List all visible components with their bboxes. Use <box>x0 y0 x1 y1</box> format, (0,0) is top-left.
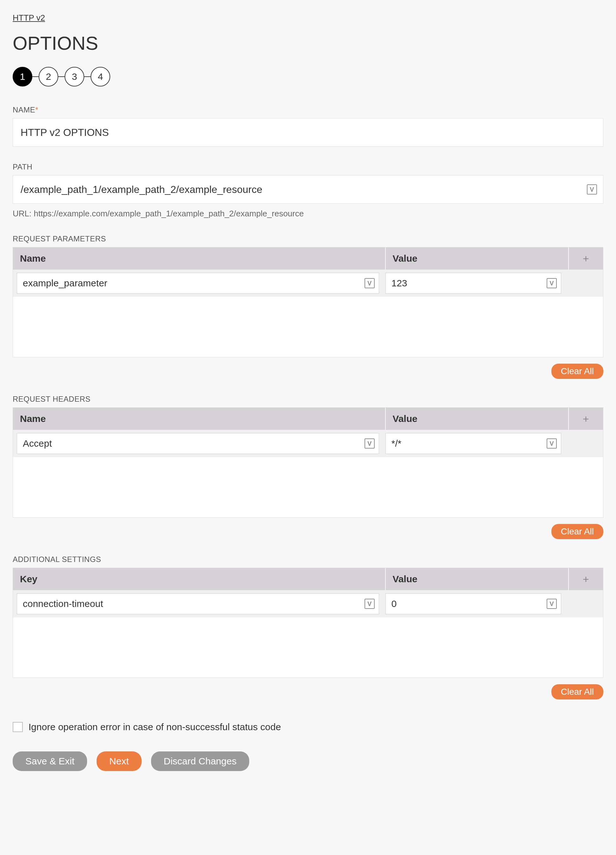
clear-all-settings-button[interactable]: Clear All <box>552 684 603 699</box>
table-blank-area <box>13 297 603 357</box>
discard-button[interactable]: Discard Changes <box>151 751 249 771</box>
additional-settings-table: Key Value + V V <box>13 568 603 678</box>
step-4[interactable]: 4 <box>90 67 110 86</box>
next-button[interactable]: Next <box>97 751 142 771</box>
param-value-input[interactable] <box>385 273 561 294</box>
column-header-name: Name <box>13 408 385 430</box>
page-title: OPTIONS <box>13 32 603 54</box>
request-parameters-label: REQUEST PARAMETERS <box>13 234 603 243</box>
path-label: PATH <box>13 162 603 172</box>
table-row: V V <box>13 590 603 618</box>
additional-settings-label: ADDITIONAL SETTINGS <box>13 555 603 564</box>
required-star-icon: * <box>35 106 38 114</box>
ignore-error-label: Ignore operation error in case of non-su… <box>29 722 281 732</box>
column-header-value: Value <box>385 408 568 430</box>
add-row-button[interactable]: + <box>568 568 603 590</box>
step-1[interactable]: 1 <box>13 67 32 86</box>
request-headers-table: Name Value + V V <box>13 408 603 518</box>
table-blank-area <box>13 457 603 517</box>
column-header-value: Value <box>385 247 568 270</box>
plus-icon: + <box>583 573 589 585</box>
column-header-name: Name <box>13 247 385 270</box>
step-indicator: 1 2 3 4 <box>13 67 603 86</box>
setting-key-input[interactable] <box>17 593 379 614</box>
clear-all-headers-button[interactable]: Clear All <box>552 524 603 539</box>
variable-icon[interactable]: V <box>547 278 557 288</box>
column-header-value: Value <box>385 568 568 590</box>
setting-value-input[interactable] <box>385 593 561 614</box>
variable-icon[interactable]: V <box>547 438 557 449</box>
table-blank-area <box>13 618 603 677</box>
step-separator <box>84 77 90 77</box>
table-row: V V <box>13 270 603 297</box>
variable-icon[interactable]: V <box>365 438 375 449</box>
step-separator <box>32 77 38 77</box>
name-label: NAME* <box>13 106 603 114</box>
ignore-error-checkbox[interactable] <box>13 722 23 732</box>
header-value-input[interactable] <box>385 433 561 454</box>
variable-icon[interactable]: V <box>547 599 557 609</box>
header-name-input[interactable] <box>17 433 379 454</box>
add-row-button[interactable]: + <box>568 408 603 430</box>
plus-icon: + <box>583 413 589 425</box>
path-url-hint: URL: https://example.com/example_path_1/… <box>13 209 603 219</box>
path-input[interactable] <box>13 175 603 204</box>
variable-icon[interactable]: V <box>587 184 597 195</box>
plus-icon: + <box>583 253 589 265</box>
column-header-key: Key <box>13 568 385 590</box>
save-exit-button[interactable]: Save & Exit <box>13 751 87 771</box>
clear-all-parameters-button[interactable]: Clear All <box>552 364 603 379</box>
breadcrumb[interactable]: HTTP v2 <box>13 13 45 23</box>
variable-icon[interactable]: V <box>365 599 375 609</box>
table-row: V V <box>13 430 603 457</box>
add-row-button[interactable]: + <box>568 247 603 270</box>
step-3[interactable]: 3 <box>64 67 84 86</box>
step-2[interactable]: 2 <box>38 67 58 86</box>
step-separator <box>58 77 64 77</box>
name-input[interactable] <box>13 118 603 147</box>
request-headers-label: REQUEST HEADERS <box>13 395 603 404</box>
variable-icon[interactable]: V <box>365 278 375 288</box>
request-parameters-table: Name Value + V V <box>13 247 603 357</box>
param-name-input[interactable] <box>17 273 379 294</box>
